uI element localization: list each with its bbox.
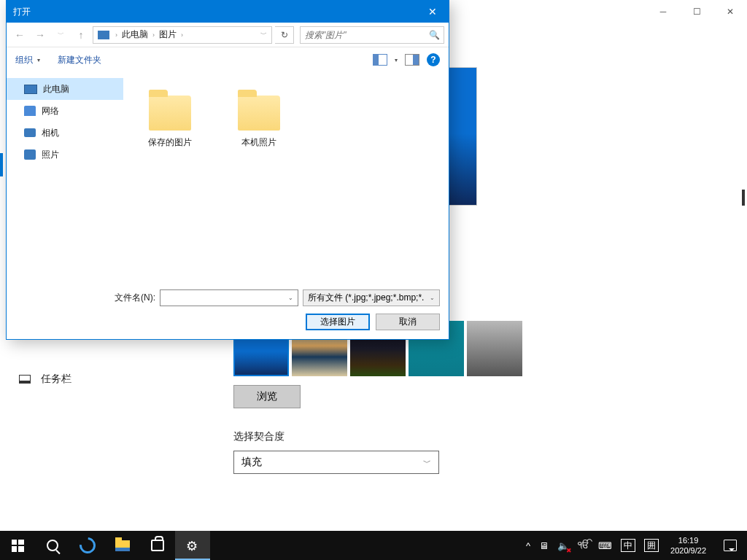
folder-label: 保存的图片	[148, 136, 192, 149]
address-dropdown-icon[interactable]: ﹀	[256, 30, 271, 39]
maximize-button[interactable]: ☐	[680, 0, 713, 23]
network-icon	[24, 106, 36, 116]
cancel-button[interactable]: 取消	[376, 314, 440, 330]
camera-icon	[24, 128, 36, 137]
breadcrumb-1[interactable]: 图片	[156, 28, 179, 41]
fit-heading: 选择契合度	[233, 430, 747, 443]
start-button[interactable]	[0, 531, 35, 560]
folder-label: 本机照片	[241, 136, 276, 149]
tray-keyboard-icon[interactable]: ⌨	[594, 531, 616, 560]
browse-button[interactable]: 浏览	[233, 385, 301, 408]
search-box[interactable]: 🔍	[300, 26, 444, 44]
action-center-button[interactable]	[713, 531, 747, 560]
dialog-file-list[interactable]: 保存的图片 本机照片	[123, 72, 449, 284]
sidebar-item-label: 任务栏	[41, 373, 71, 386]
filetype-select[interactable]: 所有文件 (*.jpg;*.jpeg;*.bmp;*. ⌄	[303, 289, 440, 306]
fit-select[interactable]: 填充 ﹀	[233, 451, 439, 474]
tray-ime-mode[interactable]: 囲	[640, 531, 663, 560]
tray-ease-icon[interactable]: ੴ	[573, 531, 594, 560]
nav-back-button[interactable]: ←	[11, 26, 28, 44]
folder-icon	[238, 96, 280, 131]
address-bar[interactable]: › 此电脑 › 图片 › ﹀	[93, 26, 272, 44]
system-tray: ^ 🖥 🔈✖ ੴ ⌨ 中 囲 16:19 2020/9/22	[522, 531, 747, 560]
folder-camera-roll[interactable]: 本机照片	[230, 84, 288, 149]
right-edge-indicator	[742, 190, 745, 206]
minimize-button[interactable]: ─	[646, 0, 680, 23]
taskbar-store[interactable]	[140, 531, 175, 560]
search-input[interactable]	[301, 30, 425, 40]
filename-input[interactable]: ⌄	[160, 289, 298, 306]
taskbar-settings[interactable]: ⚙	[175, 531, 210, 560]
notification-icon	[724, 540, 737, 551]
chevron-down-icon: ﹀	[423, 457, 431, 468]
dialog-close-button[interactable]: ✕	[416, 1, 449, 23]
taskbar-clock[interactable]: 16:19 2020/9/22	[663, 535, 713, 556]
dialog-toolbar: 组织▾ 新建文件夹 ▾ ?	[7, 47, 449, 72]
preview-pane-button[interactable]	[405, 54, 419, 66]
search-icon	[47, 540, 58, 551]
pc-icon	[24, 85, 37, 94]
sidebar-accent	[0, 153, 3, 176]
nav-recent-button[interactable]: ﹀	[52, 26, 69, 44]
gear-icon: ⚙	[186, 538, 199, 551]
breadcrumb-sep: ›	[151, 31, 156, 39]
help-button[interactable]: ?	[427, 53, 440, 66]
close-button[interactable]: ✕	[713, 0, 747, 23]
dialog-bottom: 文件名(N): ⌄ 所有文件 (*.jpg;*.jpeg;*.bmp;*. ⌄ …	[7, 284, 449, 339]
file-open-dialog: 打开 ✕ ← → ﹀ ↑ › 此电脑 › 图片 › ﹀ ↻ 🔍 组织▾ 新建文件…	[6, 0, 449, 340]
tray-volume-icon[interactable]: 🔈✖	[553, 531, 573, 560]
dialog-title: 打开	[7, 6, 416, 18]
dialog-main: 此电脑 网络 相机 照片 保存的图片 本机照片	[7, 72, 449, 284]
nav-up-button[interactable]: ↑	[72, 26, 90, 44]
tray-display-icon[interactable]: 🖥	[535, 531, 553, 560]
dialog-titlebar: 打开 ✕	[7, 1, 449, 23]
taskbar-edge[interactable]	[70, 531, 105, 560]
dialog-tree: 此电脑 网络 相机 照片	[7, 72, 123, 284]
taskbar-search-button[interactable]	[35, 531, 70, 560]
clock-date: 2020/9/22	[670, 545, 706, 556]
breadcrumb-sep: ›	[114, 31, 119, 39]
nav-forward-button[interactable]: →	[31, 26, 49, 44]
fit-value: 填充	[241, 456, 262, 469]
view-dropdown-icon[interactable]: ▾	[395, 57, 398, 63]
view-mode-button[interactable]	[373, 54, 387, 66]
taskbar: ⚙ ^ 🖥 🔈✖ ੴ ⌨ 中 囲 16:19 2020/9/22	[0, 531, 747, 560]
wallpaper-thumb-4[interactable]	[467, 321, 522, 376]
pc-icon	[98, 31, 109, 39]
clock-time: 16:19	[670, 535, 706, 545]
sidebar-item-taskbar[interactable]: 任务栏	[13, 366, 233, 392]
filetype-value: 所有文件 (*.jpg;*.jpeg;*.bmp;*.	[308, 292, 424, 304]
dialog-navbar: ← → ﹀ ↑ › 此电脑 › 图片 › ﹀ ↻ 🔍	[7, 23, 449, 47]
chevron-down-icon[interactable]: ⌄	[288, 295, 293, 301]
search-icon[interactable]: 🔍	[425, 30, 444, 40]
filename-label: 文件名(N):	[115, 292, 155, 304]
tray-overflow-button[interactable]: ^	[522, 531, 535, 560]
tree-item-this-pc[interactable]: 此电脑	[7, 78, 123, 100]
folder-saved-pictures[interactable]: 保存的图片	[141, 84, 199, 149]
chevron-down-icon: ⌄	[430, 295, 435, 301]
new-folder-button[interactable]: 新建文件夹	[58, 54, 101, 66]
taskbar-icon	[19, 375, 31, 384]
tree-item-network[interactable]: 网络	[7, 100, 123, 122]
tree-item-camera[interactable]: 相机	[7, 122, 123, 144]
breadcrumb-sep: ›	[179, 31, 185, 39]
explorer-icon	[115, 540, 130, 551]
folder-icon	[149, 96, 191, 131]
open-button[interactable]: 选择图片	[306, 314, 370, 330]
refresh-button[interactable]: ↻	[275, 26, 294, 44]
photos-icon	[24, 149, 36, 160]
organize-menu[interactable]: 组织▾	[15, 54, 40, 66]
breadcrumb-0[interactable]: 此电脑	[119, 28, 151, 41]
store-icon	[151, 540, 164, 551]
taskbar-explorer[interactable]	[105, 531, 140, 560]
tree-item-photos[interactable]: 照片	[7, 144, 123, 166]
edge-icon	[77, 534, 99, 557]
tray-ime-lang[interactable]: 中	[616, 531, 640, 560]
